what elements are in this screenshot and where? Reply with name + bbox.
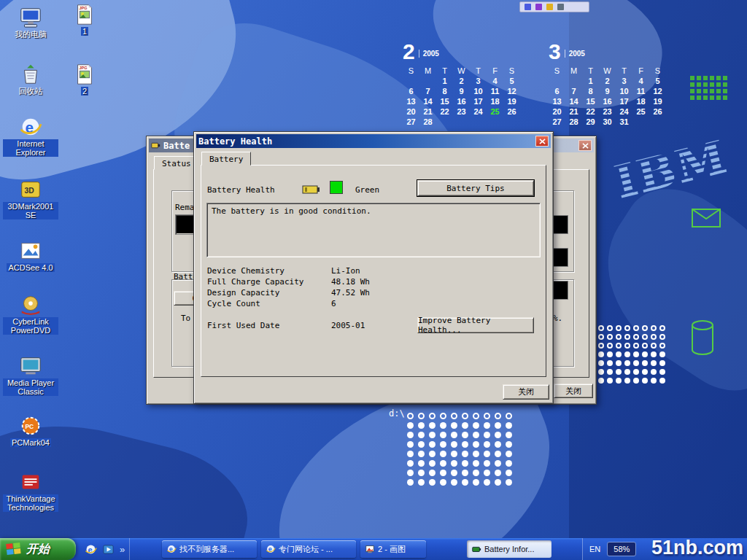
- desktop-icon-label: ACDSee 4.0: [7, 263, 54, 272]
- improve-battery-health-button[interactable]: Improve Battery Health...: [417, 317, 534, 333]
- keypad-dot: [723, 89, 727, 93]
- calendar-day-cell: 8: [582, 86, 599, 96]
- wallpaper-dot: [607, 351, 613, 357]
- desktop-file-2[interactable]: JPG2: [64, 63, 105, 96]
- wallpaper-dot: [418, 451, 425, 457]
- close-icon[interactable]: [535, 136, 549, 147]
- info-row-label: Full Charge Capacity: [207, 277, 331, 288]
- calendar-day-cell: 9: [453, 86, 470, 96]
- ie-globe-icon: e: [166, 544, 177, 554]
- task-button-label: Battery Infor...: [484, 545, 534, 553]
- condition-textbox[interactable]: The battery is in good condition.: [206, 203, 541, 257]
- wallpaper-dot: [624, 325, 630, 331]
- wallpaper-dot: [440, 451, 446, 457]
- drive-label: d:\: [389, 408, 405, 419]
- wallpaper-dot: [429, 413, 436, 419]
- calendar-day-cell: 4: [487, 76, 503, 86]
- ie-globe-icon: e: [266, 544, 276, 554]
- 3dmark-icon: 3D: [19, 178, 42, 201]
- window-titlebar[interactable]: Battery Health: [196, 134, 551, 148]
- calendar-day-cell: 5: [649, 76, 666, 86]
- calendar-day-cell: [632, 117, 649, 127]
- wallpaper-dot: [616, 360, 622, 366]
- desktop-icon-powerdvd[interactable]: CyberLink PowerDVD: [3, 293, 58, 335]
- chevron-more-icon[interactable]: [120, 544, 125, 555]
- desktop-icon-pcmark[interactable]: PCPCMark04: [3, 414, 58, 447]
- calendar-day-cell: 26: [649, 106, 666, 117]
- wallpaper-dot-grid: [598, 325, 668, 389]
- keypad-dot: [703, 89, 708, 93]
- desktop-icon-recycle-bin[interactable]: 回收站: [3, 63, 58, 96]
- wallpaper-dot: [659, 360, 665, 366]
- calendar-day-cell: [453, 117, 470, 127]
- calendar-day-cell: [487, 117, 503, 127]
- desktop-icon-media-player-classic[interactable]: Media Player Classic: [3, 354, 58, 396]
- gauge-cell: [552, 248, 568, 267]
- wallpaper-dot: [451, 451, 457, 457]
- wallpaper-dot: [506, 470, 512, 476]
- desktop-icon-my-computer[interactable]: 我的电脑: [3, 6, 58, 39]
- wallpaper-dot: [642, 369, 648, 375]
- desktop-icon-internet-explorer[interactable]: eInternet Explorer: [3, 115, 58, 157]
- wallpaper-dot: [484, 422, 490, 429]
- tool-icon[interactable]: [557, 4, 564, 10]
- desktop-icon-thinkvantage[interactable]: ThinkVantage Technologies: [3, 470, 58, 512]
- calendar-day-header: F: [632, 66, 649, 76]
- tab-status[interactable]: Status: [154, 156, 199, 170]
- close-button[interactable]: 关闭: [503, 384, 549, 400]
- calendar-day-cell: 11: [632, 86, 649, 96]
- power-icon[interactable]: [546, 4, 553, 10]
- calendar-day-cell: 7: [565, 86, 582, 96]
- desktop-icon-acdsee[interactable]: ACDSee 4.0: [3, 239, 58, 272]
- keypad-dot: [710, 96, 714, 100]
- calendar-day-cell: 24: [616, 106, 632, 117]
- wallpaper-dot: [473, 413, 479, 419]
- powerdvd-icon: [19, 293, 42, 316]
- calendar-day-cell: 12: [503, 86, 520, 96]
- taskbar-task-button[interactable]: e专门网论坛 - ...: [261, 540, 356, 558]
- calendar-day-header: S: [503, 66, 520, 76]
- wallpaper-dot: [429, 470, 436, 476]
- wallpaper-dot: [495, 460, 501, 467]
- battery-tips-button[interactable]: Battery Tips: [417, 180, 534, 196]
- start-button[interactable]: 开始: [0, 538, 76, 560]
- close-button[interactable]: 关闭: [554, 384, 593, 398]
- calendar-day-cell: 3: [470, 76, 487, 86]
- wallpaper-dot: [451, 413, 457, 419]
- calendar-day-cell: 10: [616, 86, 632, 96]
- wallpaper-dot: [607, 343, 613, 349]
- calendar-day-cell: 2: [599, 76, 616, 86]
- desktop-icon-3dmark[interactable]: 3D3DMark2001 SE: [3, 178, 58, 219]
- taskbar-task-button[interactable]: Battery Infor...: [467, 540, 551, 558]
- svg-text:3D: 3D: [25, 187, 35, 195]
- wallpaper-dot: [659, 369, 665, 375]
- taskbar-task-button[interactable]: 2 - 画图: [360, 540, 426, 558]
- calendar-day-cell: 26: [503, 106, 520, 117]
- internet-explorer-icon[interactable]: e: [85, 543, 97, 556]
- jpg-file-icon: JPG: [73, 3, 96, 26]
- calendar-day-cell: 23: [599, 106, 616, 117]
- wallpaper-dot: [659, 325, 665, 331]
- info-row-label: Design Capacity: [207, 288, 331, 299]
- volume-icon[interactable]: [525, 4, 531, 10]
- taskbar-task-button[interactable]: e找不到服务器...: [162, 540, 257, 558]
- display-icon[interactable]: [535, 4, 542, 10]
- tab-page: Battery Health Green Battery Tips The ba…: [201, 165, 546, 377]
- calendar-day-cell: [470, 117, 487, 127]
- tab-battery[interactable]: Battery: [201, 152, 251, 166]
- wallpaper-dot: [484, 451, 490, 457]
- desktop-icon-label: 2: [81, 87, 88, 96]
- language-indicator[interactable]: EN: [589, 545, 600, 553]
- battery-meter-chip[interactable]: 58%: [607, 542, 636, 556]
- calendar-day-cell: 6: [549, 86, 565, 96]
- calendar-day-cell: 10: [470, 86, 487, 96]
- media-player-icon[interactable]: [102, 543, 115, 556]
- calendar-month-number: 3: [549, 41, 561, 63]
- desktop-file-1[interactable]: JPG1: [64, 3, 105, 36]
- wallpaper-dot: [633, 325, 639, 331]
- close-icon[interactable]: [578, 140, 592, 151]
- wallpaper-dot: [506, 479, 512, 486]
- info-row-value: 48.18 Wh: [331, 277, 370, 288]
- calendar-day-cell: 6: [403, 86, 419, 96]
- wallpaper-dot: [607, 378, 613, 384]
